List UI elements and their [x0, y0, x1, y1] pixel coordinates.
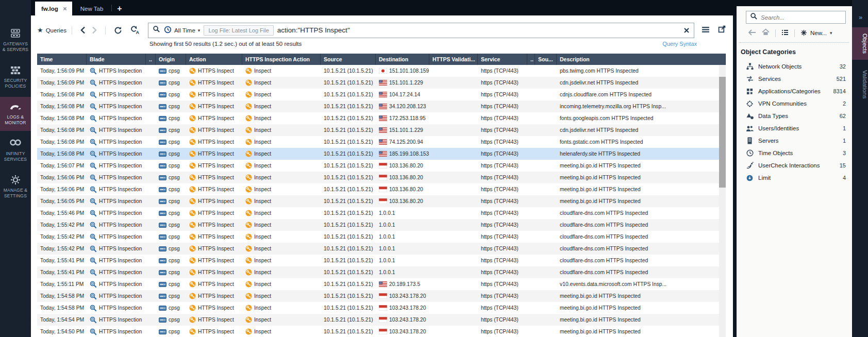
- cell-time: Today, 1:54:50 PM: [37, 326, 87, 337]
- column-header-action[interactable]: Action: [186, 54, 242, 65]
- category-applications-categories[interactable]: Applications/Categories8314: [737, 85, 852, 97]
- column-header-blade[interactable]: Blade: [87, 54, 146, 65]
- origin-gateway-icon: [159, 187, 166, 192]
- cell-service: https (TCP/443): [478, 278, 527, 290]
- object-search-input[interactable]: [761, 14, 842, 21]
- log-row[interactable]: Today, 1:54:58 PMHTTPS InspectioncpsgHTT…: [37, 290, 719, 302]
- back-arrow-icon[interactable]: [748, 28, 756, 38]
- category-limit[interactable]: Limit4: [737, 172, 852, 184]
- popout-icon[interactable]: [718, 25, 726, 35]
- column-header-destination[interactable]: Destination: [376, 54, 429, 65]
- log-row[interactable]: Today, 1:56:09 PMHTTPS InspectioncpsgHTT…: [37, 77, 719, 89]
- servers-cat-icon: [746, 137, 754, 144]
- log-row[interactable]: Today, 1:56:08 PMHTTPS InspectioncpsgHTT…: [37, 112, 719, 124]
- log-row[interactable]: Today, 1:56:05 PMHTTPS InspectioncpsgHTT…: [37, 195, 719, 207]
- log-row[interactable]: Today, 1:55:11 PMHTTPS InspectioncpsgHTT…: [37, 278, 719, 290]
- column-header-description[interactable]: Description: [557, 54, 726, 65]
- tab-close-icon[interactable]: [63, 7, 67, 11]
- log-row[interactable]: Today, 1:54:58 PMHTTPS InspectioncpsgHTT…: [37, 302, 719, 314]
- log-row[interactable]: Today, 1:55:41 PMHTTPS InspectioncpsgHTT…: [37, 255, 719, 266]
- collapse-panel-icon[interactable]: »: [859, 13, 861, 21]
- cell-source-port: [535, 219, 557, 231]
- side-tab-objects[interactable]: Objects: [852, 27, 868, 60]
- cell-spacer: [527, 302, 535, 314]
- nav-manage-settings[interactable]: MANAGE & SETTINGS: [0, 170, 31, 204]
- query-syntax-link[interactable]: Query Syntax: [662, 41, 697, 47]
- log-row[interactable]: Today, 1:55:42 PMHTTPS InspectioncpsgHTT…: [37, 243, 719, 255]
- query-search-field[interactable]: All Time ▾ Log File: Latest Log File act…: [148, 23, 694, 38]
- column-header-https-validati[interactable]: HTTPS Validati...: [429, 54, 478, 65]
- category-vpn-communities[interactable]: VPN Communities2: [737, 97, 852, 110]
- list-view-icon[interactable]: [781, 28, 789, 38]
- column-header-sou[interactable]: Sou...: [535, 54, 557, 65]
- cell-source: 10.1.5.21 (10.1.5.21): [321, 266, 376, 278]
- new-object-button[interactable]: New... ▾: [800, 29, 832, 37]
- new-tab-button[interactable]: +: [117, 4, 122, 13]
- log-row[interactable]: Today, 1:54:54 PMHTTPS InspectioncpsgHTT…: [37, 314, 719, 326]
- tab-new-tab[interactable]: New Tab: [72, 2, 112, 15]
- column-header-dots[interactable]: ..: [527, 54, 535, 65]
- cell-spacer: [146, 136, 156, 148]
- log-row[interactable]: Today, 1:55:41 PMHTTPS InspectioncpsgHTT…: [37, 266, 719, 278]
- category-services[interactable]: Services521: [737, 73, 852, 85]
- log-row[interactable]: Today, 1:55:42 PMHTTPS InspectioncpsgHTT…: [37, 231, 719, 243]
- menu-icon[interactable]: [702, 26, 710, 35]
- nav-infinity-services[interactable]: INFINITY SERVICES: [0, 133, 31, 167]
- category-time-objects[interactable]: Time Objects3: [737, 147, 852, 159]
- column-header-service[interactable]: Service: [478, 54, 527, 65]
- log-row[interactable]: Today, 1:56:08 PMHTTPS InspectioncpsgHTT…: [37, 148, 719, 160]
- query-input[interactable]: action:"HTTPS Inspect": [277, 26, 680, 34]
- forward-chevron-icon[interactable]: [92, 26, 97, 34]
- back-chevron-icon[interactable]: [80, 26, 86, 34]
- cell-spacer: [527, 195, 535, 207]
- home-icon[interactable]: [762, 28, 770, 38]
- category-data-types[interactable]: Data Types62: [737, 110, 852, 122]
- log-row[interactable]: Today, 1:56:07 PMHTTPS InspectioncpsgHTT…: [37, 160, 719, 172]
- scrollbar-thumb[interactable]: [719, 77, 726, 188]
- column-header-time[interactable]: Time: [37, 54, 87, 65]
- cell-source: 10.1.5.21 (10.1.5.21): [321, 314, 376, 326]
- cell-service: https (TCP/443): [478, 148, 527, 160]
- object-search-box[interactable]: [746, 11, 846, 24]
- category-network-objects[interactable]: Network Objects32: [737, 60, 852, 73]
- cell-spacer: [527, 112, 535, 124]
- cell-action: HTTPS Inspect: [186, 136, 242, 148]
- log-row[interactable]: Today, 1:55:42 PMHTTPS InspectioncpsgHTT…: [37, 219, 719, 231]
- log-file-filter-tag[interactable]: Log File: Latest Log File: [204, 25, 273, 36]
- cell-spacer: [527, 290, 535, 302]
- log-row[interactable]: Today, 1:56:08 PMHTTPS InspectioncpsgHTT…: [37, 136, 719, 148]
- category-count: 3: [843, 150, 846, 156]
- category-usercheck-interactions[interactable]: UserCheck Interactions15: [737, 159, 852, 172]
- log-row[interactable]: Today, 1:55:46 PMHTTPS InspectioncpsgHTT…: [37, 207, 719, 219]
- nav-logs-monitor[interactable]: LOGS & MONITOR: [0, 97, 31, 131]
- cell-blade: HTTPS Inspection: [87, 255, 146, 266]
- side-tab-validations[interactable]: Validations: [852, 64, 868, 105]
- time-filter-dropdown[interactable]: All Time ▾: [164, 26, 200, 35]
- log-row[interactable]: Today, 1:56:06 PMHTTPS InspectioncpsgHTT…: [37, 172, 719, 183]
- refresh-icon[interactable]: [114, 26, 122, 35]
- log-row[interactable]: Today, 1:56:08 PMHTTPS InspectioncpsgHTT…: [37, 89, 719, 100]
- log-row[interactable]: Today, 1:56:06 PMHTTPS InspectioncpsgHTT…: [37, 183, 719, 195]
- log-row[interactable]: Today, 1:56:08 PMHTTPS InspectioncpsgHTT…: [37, 124, 719, 136]
- category-users-identities[interactable]: Users/Identities1: [737, 122, 852, 134]
- cell-blade: HTTPS Inspection: [87, 183, 146, 195]
- cell-destination: 1.0.0.1: [376, 231, 429, 243]
- auto-refresh-icon[interactable]: A: [130, 26, 140, 35]
- column-header-https-inspection-action[interactable]: HTTPS Inspection Action: [242, 54, 321, 65]
- column-header-origin[interactable]: Origin: [156, 54, 186, 65]
- vertical-scrollbar[interactable]: [719, 65, 726, 337]
- cell-time: Today, 1:54:58 PM: [37, 290, 87, 302]
- cell-service: https (TCP/443): [478, 183, 527, 195]
- nav-security-policies[interactable]: SECURITY POLICIES: [0, 60, 31, 94]
- nav-gateways-servers[interactable]: GATEWAYS & SERVERS: [0, 24, 31, 58]
- column-header-dots[interactable]: ..: [146, 54, 156, 65]
- cell-source: 10.1.5.21 (10.1.5.21): [321, 89, 376, 100]
- log-row[interactable]: Today, 1:56:08 PMHTTPS InspectioncpsgHTT…: [37, 100, 719, 112]
- tab-fw-log[interactable]: fw.log: [35, 2, 72, 15]
- log-row[interactable]: Today, 1:56:09 PMHTTPS InspectioncpsgHTT…: [37, 65, 719, 77]
- queries-button[interactable]: ★ Queries: [37, 26, 66, 34]
- log-row[interactable]: Today, 1:54:50 PMHTTPS InspectioncpsgHTT…: [37, 326, 719, 337]
- category-servers[interactable]: Servers1: [737, 134, 852, 147]
- clear-query-icon[interactable]: [683, 27, 690, 33]
- column-header-source[interactable]: Source: [321, 54, 376, 65]
